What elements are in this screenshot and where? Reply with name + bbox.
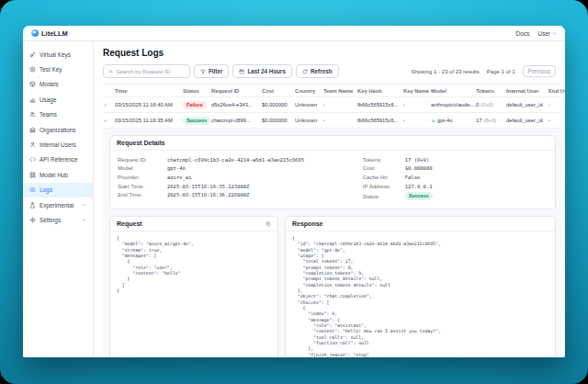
screenshot-stage: LiteLLM Docs User Virtual Keys Test Ke [0,0,588,384]
sidebar-item-api-reference[interactable]: API Reference [23,152,93,167]
request-details-card: Request Details Request ID:chatcmpl-c899… [109,135,556,209]
detail-label: Status: [363,194,405,199]
usage-icon [29,96,36,103]
results-summary: Showing 1 - 23 of 23 results [411,69,479,74]
detail-label: End Time: [118,192,167,198]
cell-request-id: chatcmpl-c899... [211,118,262,123]
chevron-down-icon [552,31,557,36]
sidebar-item-teams[interactable]: Teams [23,107,93,122]
search-input[interactable] [116,69,185,74]
cell-time: 03/15/2025 11:16:35 AM [115,118,183,123]
detail-value: 127.0.0.1 [405,184,433,189]
main-content: Request Logs Filter Last 24 Hours [94,41,565,357]
model-hub-icon [29,172,36,178]
copy-icon [266,221,271,227]
cell-internal-user: default_user_id [506,102,548,107]
col-key-name: Key Name [403,88,431,94]
response-panel-title: Response [292,220,322,227]
cell-key-name: - [403,102,431,107]
sidebar-item-usage[interactable]: Usage [23,92,93,107]
detail-label: Model: [118,165,167,171]
cell-request-id: d5c26ce4-e343... [211,102,262,107]
toolbar: Filter Last 24 Hours Refresh Showing 1 -… [103,64,561,78]
col-country: Country [295,88,323,94]
litellm-logo-icon [31,29,39,37]
request-json: { "model": "azure_ai/gpt-4o", "stream": … [110,232,277,299]
detail-value: 17 (8+9) [405,157,430,163]
sidebar-item-test-key[interactable]: Test Key [23,62,93,76]
docs-link[interactable]: Docs [515,30,529,37]
sidebar-item-label: Virtual Keys [40,51,71,58]
sidebar-item-experimental[interactable]: Experimental [23,198,93,212]
detail-value: chatcmpl-c899c1b3-ca2e-4214-a6d1-a3ae215… [167,157,304,163]
user-menu[interactable]: User [537,30,557,37]
expand-row-button[interactable] [103,103,115,107]
time-range-button[interactable]: Last 24 Hours [232,64,292,78]
request-details-title: Request Details [110,136,555,151]
experimental-icon [29,202,36,209]
detail-label: IP Address: [363,184,405,189]
test-key-icon [29,66,36,73]
settings-icon [29,217,36,223]
request-panel: Request { "model": "azure_ai/gpt-4o", "s… [109,216,278,357]
model-provider-icon [431,119,435,123]
detail-value: 2025-03-15T18:16:36.228000Z [167,192,249,198]
sidebar-item-organizations[interactable]: Organizations [23,122,93,137]
organizations-icon [29,127,36,133]
detail-label: Cache Hit: [363,175,405,180]
status-badge: Failure [183,101,207,109]
detail-label: Request ID: [118,157,167,163]
table-row-expanded[interactable]: 03/15/2025 11:16:35 AM Success chatcmpl-… [103,113,561,129]
top-navbar: LiteLLM Docs User [23,26,565,41]
cell-time: 03/15/2025 11:16:40 AM [115,102,183,107]
copy-button[interactable] [266,221,271,227]
chevron-down-icon [82,218,86,222]
request-panel-title: Request [117,220,142,227]
col-time: Time [115,88,183,94]
detail-label: Cost: [363,165,405,171]
sidebar-item-settings[interactable]: Settings [23,212,93,227]
col-end-user: End User [548,88,565,94]
sidebar-item-label: Experimental [40,202,74,209]
sidebar-item-label: Model Hub [40,172,68,178]
key-icon [29,51,36,58]
request-logs-table: Time Status Request ID Cost Country Team… [103,84,561,129]
chevron-right-icon [103,103,107,107]
litellm-app-window: LiteLLM Docs User Virtual Keys Test Ke [23,26,565,357]
filter-button[interactable]: Filter [194,64,229,78]
sidebar-item-model-hub[interactable]: Model Hub [23,167,93,182]
refresh-button[interactable]: Refresh [296,64,338,78]
collapse-row-button[interactable] [103,119,115,123]
col-request-id: Request ID [211,88,262,94]
table-header-row: Time Status Request ID Cost Country Team… [103,85,561,97]
internal-users-icon [29,141,36,148]
models-icon [29,81,36,87]
time-range-label: Last 24 Hours [247,68,286,74]
table-row[interactable]: 03/15/2025 11:16:40 AM Failure d5c26ce4-… [103,97,561,113]
cell-internal-user: default_user_id [506,118,548,123]
sidebar-item-internal-users[interactable]: Internal Users [23,137,93,152]
api-reference-icon [29,156,36,163]
previous-page-button[interactable]: Previous [523,65,557,77]
sidebar-item-label: Logs [40,186,52,193]
col-internal-user: Internal User [506,88,548,94]
cell-model: gpt-4o [431,118,476,123]
status-badge: Success [183,117,210,125]
cell-cost: $0.000000 [262,102,295,107]
cell-end-user: - [548,102,565,107]
sidebar-item-label: Internal Users [40,141,76,148]
col-model: Model [431,88,476,94]
cell-team-name: - [323,102,357,107]
cell-end-user: - [548,118,565,123]
col-key-hash: Key Hash [357,88,403,94]
detail-label: Provider: [118,175,167,180]
sidebar-item-logs[interactable]: Logs [23,183,93,198]
cell-country: Unknown [295,102,323,107]
col-status: Status [183,88,211,94]
cell-tokens: 17(8+9) [476,118,506,123]
detail-value: False [405,175,421,180]
sidebar-item-virtual-keys[interactable]: Virtual Keys [23,47,93,62]
sidebar-item-models[interactable]: Models [23,77,93,92]
cell-model: anthropic/claude-... [431,102,476,107]
sidebar-item-label: Usage [40,96,56,103]
